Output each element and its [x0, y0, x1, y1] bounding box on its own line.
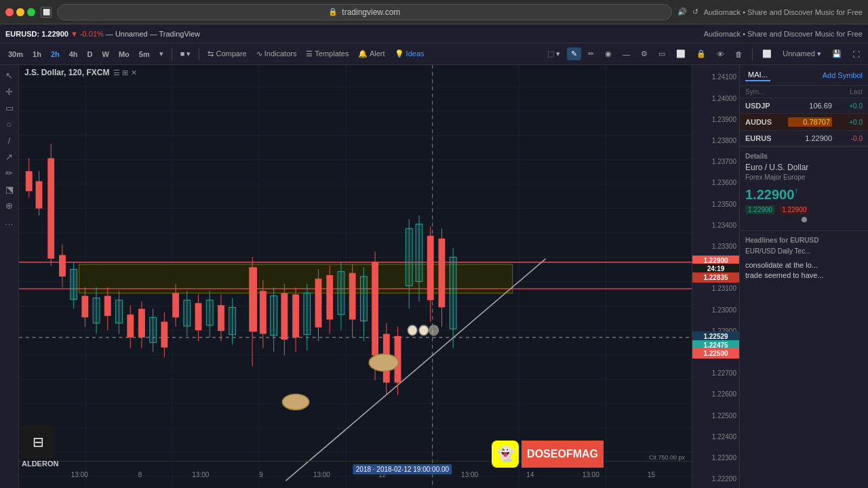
wl-price-audus: 0.78707 [788, 117, 832, 127]
back-button[interactable]: ⬜ [41, 7, 52, 18]
add-symbol-btn[interactable]: Add Symbol [823, 71, 863, 79]
tf-d[interactable]: D [83, 48, 97, 60]
price-1.24000: 1.24000 [712, 95, 736, 102]
svg-rect-46 [93, 298, 100, 323]
svg-rect-104 [372, 262, 378, 355]
tf-30m[interactable]: 30m [4, 48, 27, 60]
svg-rect-78 [249, 267, 257, 331]
right-panel: MAI... Add Symbol Sym... Last USDJP 106.… [739, 65, 868, 488]
tf-w[interactable]: W [98, 48, 113, 60]
layout-btn[interactable]: ⬜ [758, 47, 776, 60]
time-highlight: 2018 · 2018-02-12 19:00:00.00 [353, 464, 452, 474]
tf-dropdown[interactable]: ▾ [155, 47, 167, 60]
save-btn[interactable]: 💾 [828, 47, 846, 60]
price-1.22700: 1.22700 [712, 369, 736, 377]
svg-point-124 [429, 325, 439, 336]
rectangle-tool[interactable]: ▭ [2, 100, 17, 115]
svg-rect-35 [36, 181, 43, 208]
chart-header: J.S. Dollar, 120, FXCM ☰ ⊞ ✕ [24, 68, 137, 77]
pen-btn[interactable]: ✏ [584, 47, 598, 60]
url-display: tradingview.com [342, 7, 400, 17]
indicators-btn[interactable]: ∿ Indicators [252, 47, 301, 60]
price-marker-red2: 1.22835 [692, 272, 739, 283]
price-1.22300: 1.22300 [712, 454, 736, 462]
ad-overlay: 👻 DOSEOFMAG [492, 441, 604, 468]
svg-rect-75 [229, 307, 236, 334]
svg-rect-58 [150, 317, 157, 342]
wl-header-last: Last [818, 88, 863, 96]
watchlist-item-eurus[interactable]: EURUS 1.22900 -0.0 [740, 131, 868, 146]
details-dot [802, 217, 807, 222]
watchlist-item-audus[interactable]: AUDUS 0.78707 +0.0 [740, 114, 868, 131]
svg-rect-63 [172, 293, 179, 317]
tf-4h[interactable]: 4h [65, 48, 82, 60]
svg-rect-85 [281, 293, 288, 340]
square-btn[interactable]: ⬜ [672, 47, 690, 60]
maximize-button[interactable] [27, 8, 35, 16]
tf-2h[interactable]: 2h [47, 48, 64, 60]
settings-gear-btn[interactable]: ⚙ [637, 47, 652, 60]
cursor-tool[interactable]: ↖ [2, 68, 17, 83]
reload-icon[interactable]: ↺ [692, 7, 698, 16]
price-marker-label-1.22500: 1.22500 [692, 348, 739, 359]
price-1.23000: 1.23000 [712, 306, 736, 314]
measure-tool[interactable]: ⬔ [2, 182, 17, 197]
alert-btn[interactable]: 🔔 Alert [354, 47, 389, 60]
fullscreen-btn[interactable]: ⛶ [848, 48, 864, 60]
watchlist-item-usdjp[interactable]: USDJP 106.69 +0.0 [740, 98, 868, 114]
time-label-13-00-3: 13:00 [313, 471, 330, 479]
watchlist-header: Sym... Last [740, 86, 868, 98]
price-marker-label-1.22835: 1.22835 [692, 272, 739, 283]
main-layout: ↖ ✛ ▭ ○ / ↗ ✏ ⬔ ⊕ … J.S. Dollar, 120, FX… [0, 65, 868, 488]
tf-mo[interactable]: Mo [115, 48, 134, 60]
svg-rect-96 [338, 272, 344, 314]
tf-5m[interactable]: 5m [135, 48, 154, 60]
trash-btn[interactable]: 🗑 [731, 48, 747, 60]
svg-point-122 [408, 325, 417, 336]
time-label-15: 15 [648, 471, 655, 479]
eye-btn[interactable]: 👁 [713, 48, 728, 60]
chart-area[interactable]: J.S. Dollar, 120, FXCM ☰ ⊞ ✕ [19, 65, 739, 488]
svg-rect-82 [271, 296, 277, 336]
compare-btn[interactable]: ⇆ Compare [203, 47, 250, 60]
svg-rect-99 [349, 273, 356, 320]
details-sub: Forex Major Europe [745, 174, 863, 181]
top-toolbar: EURUSD: 1.22900 ▼ -0.01% — Unnamed — Tra… [0, 24, 868, 43]
minimize-button[interactable] [16, 8, 24, 16]
svg-rect-41 [71, 269, 77, 299]
price-1.23500: 1.23500 [712, 201, 736, 208]
draw-toolbar-btn[interactable]: ⬚ ▾ [543, 47, 564, 60]
bar-type-btn[interactable]: ■ ▾ [176, 47, 195, 60]
rectangle-btn[interactable]: ▭ [654, 47, 669, 60]
chart-bottom-info: Cit 750.00 px [649, 454, 685, 461]
tab-mai[interactable]: MAI... [745, 69, 770, 81]
time-label-13-00-4: 13:00 [461, 471, 478, 479]
circle-tool[interactable]: ○ [2, 117, 17, 131]
details-section: Details Euro / U.S. Dollar Forex Major E… [740, 146, 868, 230]
zoom-tool[interactable]: ⊕ [2, 198, 17, 213]
wl-header-sym: Sym... [745, 88, 818, 96]
line-btn[interactable]: — [618, 48, 634, 60]
logo-icon: ⊟ [33, 434, 44, 450]
snapchat-icon: 👻 [492, 441, 519, 468]
ticker-separator: — [106, 30, 115, 38]
ideas-btn[interactable]: 💡 Ideas [391, 47, 429, 60]
lock-btn[interactable]: 🔒 [692, 47, 710, 60]
unnamed-btn[interactable]: Unnamed ▾ [778, 47, 825, 60]
close-button[interactable] [5, 8, 14, 16]
tf-1h[interactable]: 1h [28, 48, 45, 60]
price-1.23900: 1.23900 [712, 116, 736, 123]
svg-rect-118 [439, 239, 446, 308]
arrow-tool[interactable]: ↗ [2, 149, 17, 164]
window-controls[interactable] [5, 8, 35, 16]
svg-rect-73 [218, 305, 224, 331]
line-tool[interactable]: / [2, 133, 17, 148]
more-tool[interactable]: … [2, 214, 17, 229]
pen-tool[interactable]: ✏ [2, 165, 17, 180]
cursor-btn[interactable]: ✎ [567, 47, 581, 60]
crosshair-tool[interactable]: ✛ [2, 84, 17, 99]
color-btn[interactable]: ◉ [601, 47, 616, 60]
price-1.24100: 1.24100 [712, 73, 736, 81]
address-bar[interactable]: 🔒 tradingview.com [57, 4, 672, 20]
templates-btn[interactable]: ☰ Templates [302, 47, 353, 60]
